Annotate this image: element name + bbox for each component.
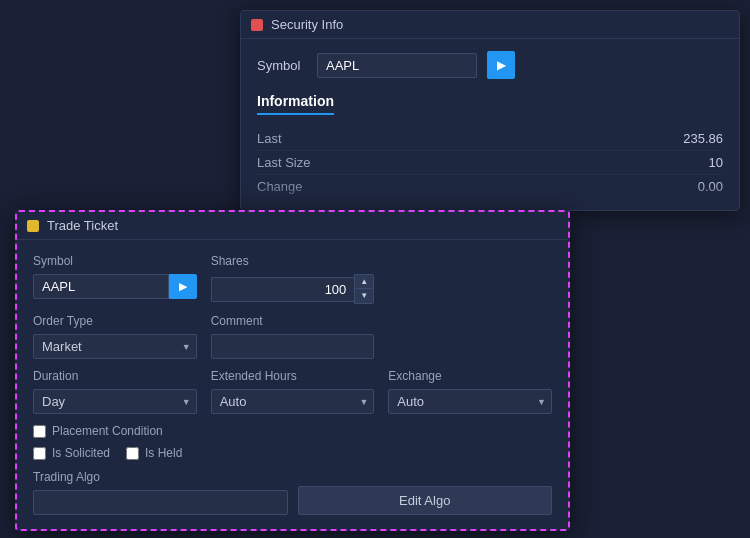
shares-input[interactable] — [211, 277, 355, 302]
shares-decrement-button[interactable]: ▼ — [355, 289, 373, 303]
trading-algo-input[interactable] — [33, 490, 288, 515]
is-solicited-group: Is Solicited — [33, 446, 110, 460]
trade-symbol-arrow-button[interactable]: ▶ — [169, 274, 197, 299]
duration-label: Duration — [33, 369, 197, 383]
window-icon-yellow — [27, 220, 39, 232]
comment-label: Comment — [211, 314, 375, 328]
information-tab[interactable]: Information — [257, 89, 334, 115]
edit-algo-wrapper: Edit Algo — [298, 486, 553, 515]
shares-spinner: ▲ ▼ — [354, 274, 374, 304]
shares-label: Shares — [211, 254, 375, 268]
is-held-checkbox[interactable] — [126, 447, 139, 460]
trade-ticket-body: Symbol ▶ Shares ▲ ▼ — [17, 240, 568, 529]
last-label: Last — [257, 131, 282, 146]
order-type-label: Order Type — [33, 314, 197, 328]
order-type-group: Order Type Market Limit Stop Stop Limit — [33, 314, 197, 359]
duration-select[interactable]: Day GTC IOC FOK — [33, 389, 197, 414]
window-icon-red — [251, 19, 263, 31]
extended-hours-select-wrapper: Auto On Off — [211, 389, 375, 414]
form-grid: Symbol ▶ Shares ▲ ▼ — [33, 254, 552, 414]
security-info-titlebar: Security Info — [241, 11, 739, 39]
algo-row: Trading Algo Edit Algo — [33, 470, 552, 515]
change-value: 0.00 — [698, 179, 723, 194]
symbol-field-label: Symbol — [33, 254, 197, 268]
trade-symbol-input[interactable] — [33, 274, 169, 299]
symbol-input-row: ▶ — [33, 274, 197, 299]
is-solicited-checkbox[interactable] — [33, 447, 46, 460]
comment-group: Comment — [211, 314, 375, 359]
empty-col-2 — [388, 314, 552, 359]
symbol-input[interactable] — [317, 53, 477, 78]
shares-increment-button[interactable]: ▲ — [355, 275, 373, 289]
order-type-select[interactable]: Market Limit Stop Stop Limit — [33, 334, 197, 359]
edit-algo-button[interactable]: Edit Algo — [298, 486, 553, 515]
trading-algo-label: Trading Algo — [33, 470, 288, 484]
trade-ticket-window: Trade Ticket Symbol ▶ Shares ▲ ▼ — [15, 210, 570, 531]
symbol-label: Symbol — [257, 58, 307, 73]
order-type-select-wrapper: Market Limit Stop Stop Limit — [33, 334, 197, 359]
exchange-select[interactable]: Auto NYSE NASDAQ — [388, 389, 552, 414]
empty-col — [388, 254, 552, 304]
shares-input-row: ▲ ▼ — [211, 274, 375, 304]
symbol-row: Symbol ▶ — [257, 51, 723, 79]
last-value: 235.86 — [683, 131, 723, 146]
duration-select-wrapper: Day GTC IOC FOK — [33, 389, 197, 414]
data-row-change: Change 0.00 — [257, 175, 723, 198]
comment-input[interactable] — [211, 334, 375, 359]
placement-condition-checkbox[interactable] — [33, 425, 46, 438]
trade-ticket-titlebar: Trade Ticket — [17, 212, 568, 240]
last-size-label: Last Size — [257, 155, 310, 170]
shares-group: Shares ▲ ▼ — [211, 254, 375, 304]
placement-condition-row: Placement Condition — [33, 424, 552, 438]
duration-group: Duration Day GTC IOC FOK — [33, 369, 197, 414]
extended-hours-select[interactable]: Auto On Off — [211, 389, 375, 414]
is-held-label: Is Held — [145, 446, 182, 460]
exchange-label: Exchange — [388, 369, 552, 383]
placement-condition-label: Placement Condition — [52, 424, 163, 438]
is-held-group: Is Held — [126, 446, 182, 460]
symbol-arrow-button[interactable]: ▶ — [487, 51, 515, 79]
security-info-body: Symbol ▶ Information Last 235.86 Last Si… — [241, 39, 739, 210]
data-row-last-size: Last Size 10 — [257, 151, 723, 175]
last-size-value: 10 — [709, 155, 723, 170]
exchange-group: Exchange Auto NYSE NASDAQ — [388, 369, 552, 414]
extended-hours-label: Extended Hours — [211, 369, 375, 383]
exchange-select-wrapper: Auto NYSE NASDAQ — [388, 389, 552, 414]
solicited-held-row: Is Solicited Is Held — [33, 446, 552, 460]
is-solicited-label: Is Solicited — [52, 446, 110, 460]
change-label: Change — [257, 179, 303, 194]
data-row-last: Last 235.86 — [257, 127, 723, 151]
symbol-group: Symbol ▶ — [33, 254, 197, 304]
extended-hours-group: Extended Hours Auto On Off — [211, 369, 375, 414]
security-info-window: Security Info Symbol ▶ Information Last … — [240, 10, 740, 211]
trade-ticket-title: Trade Ticket — [47, 218, 118, 233]
trading-algo-group: Trading Algo — [33, 470, 288, 515]
security-info-title: Security Info — [271, 17, 343, 32]
